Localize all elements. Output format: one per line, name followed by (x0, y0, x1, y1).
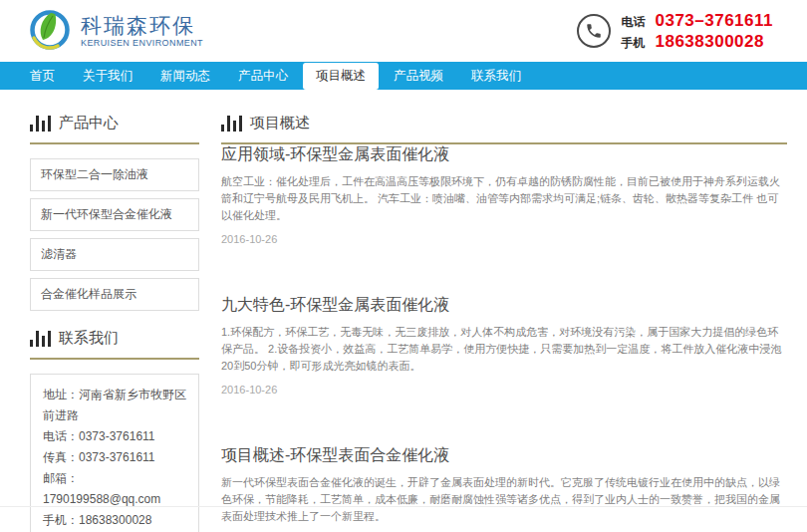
nav-item[interactable]: 新闻动态 (147, 63, 223, 90)
site-header: 科瑞森环保 KERUISEN ENVIRONMENT 电话 0373–37616… (0, 0, 807, 62)
bar-chart-icon (30, 115, 51, 132)
page-title: 项目概述 (250, 114, 310, 133)
article-date: 2016-10-26 (221, 384, 787, 396)
contact-line: 电话：0373-3761611 (43, 426, 186, 447)
bar-chart-icon (30, 330, 51, 347)
contact-line-label: 邮箱： (43, 471, 79, 485)
page-body: 产品中心 环保型二合一除油液 新一代环保型合金催化液 滤清器 合金催化样品展示 … (0, 90, 807, 532)
mobile-number: 18638300028 (655, 32, 764, 52)
product-menu-item[interactable]: 新一代环保型合金催化液 (30, 198, 199, 231)
product-menu-item[interactable]: 合金催化样品展示 (30, 278, 199, 311)
header-contact: 电话 0373–3761611 手机 18638300028 (577, 11, 773, 52)
contact-line: 邮箱：1790199588@qq.com (43, 468, 186, 510)
leaf-circle-logo-icon (28, 6, 72, 56)
article-item: 项目概述-环保型表面合金催化液 新一代环保型表面合金催化液的诞生，开辟了金属表面… (221, 445, 787, 532)
contact-line-value: 0373-3761611 (79, 429, 155, 443)
contact-line-label: 地址： (43, 388, 79, 401)
article-item: 应用领域-环保型金属表面催化液 航空工业：催化处理后，工件在高温高压等极限环境下… (221, 144, 787, 245)
nav-item[interactable]: 联系我们 (458, 63, 534, 90)
sidebar-products-title: 产品中心 (59, 114, 119, 133)
contact-line-value: 1790199588@qq.com (43, 492, 160, 506)
main-content: 项目概述 应用领域-环保型金属表面催化液 航空工业：催化处理后，工件在高温高压等… (221, 114, 787, 532)
mobile-label: 手机 (621, 35, 647, 52)
main-heading: 项目概述 (221, 114, 787, 144)
article-title[interactable]: 九大特色-环保型金属表面催化液 (221, 295, 787, 316)
logo[interactable]: 科瑞森环保 KERUISEN ENVIRONMENT (28, 6, 203, 56)
sidebar-contact-title: 联系我们 (59, 329, 119, 348)
nav-item[interactable]: 产品视频 (381, 63, 456, 90)
phone-number: 0373–3761611 (655, 11, 773, 31)
product-menu-item[interactable]: 环保型二合一除油液 (30, 158, 199, 191)
nav-item[interactable]: 项目概述 (303, 63, 379, 90)
product-menu: 环保型二合一除油液 新一代环保型合金催化液 滤清器 合金催化样品展示 (30, 158, 199, 311)
nav-item[interactable]: 关于我们 (70, 63, 145, 90)
article-date: 2016-10-26 (221, 233, 787, 245)
article-text: 航空工业：催化处理后，工件在高温高压等极限环境下，仍有卓越的防锈防腐性能，目前已… (221, 173, 787, 224)
contact-line-label: 传真： (43, 450, 79, 464)
nav-item[interactable]: 首页 (17, 63, 68, 90)
product-menu-item[interactable]: 滤清器 (30, 238, 199, 271)
article-title[interactable]: 项目概述-环保型表面合金催化液 (221, 445, 787, 466)
brand-name-cn: 科瑞森环保 (81, 14, 203, 38)
contact-line: 手机：18638300028 18613731818 (43, 510, 186, 532)
brand-name-en: KERUISEN ENVIRONMENT (81, 38, 203, 48)
contact-line: 传真：0373-3761611 (43, 447, 186, 468)
phone-icon (577, 14, 611, 48)
contact-line-label: 手机： (43, 513, 79, 527)
article-title[interactable]: 应用领域-环保型金属表面催化液 (221, 144, 787, 165)
phone-label: 电话 (621, 14, 647, 31)
footer-divider (0, 506, 807, 507)
contact-line: 地址：河南省新乡市牧野区前进路 (43, 385, 186, 426)
contact-line-value: 0373-3761611 (79, 450, 155, 464)
contact-line-label: 电话： (43, 429, 79, 443)
article-item: 九大特色-环保型金属表面催化液 1.环保配方，环保工艺，无毒无味，无三废排放，对… (221, 295, 787, 396)
sidebar-contact-heading: 联系我们 (30, 329, 199, 360)
article-text: 1.环保配方，环保工艺，无毒无味，无三废排放，对人体不构成危害，对环境没有污染，… (221, 324, 787, 375)
bar-chart-icon (221, 115, 242, 132)
contact-info-box: 地址：河南省新乡市牧野区前进路 电话：0373-3761611 传真：0373-… (30, 374, 199, 532)
main-nav: 首页 关于我们 新闻动态 产品中心 项目概述 产品视频 联系我们 (0, 62, 807, 90)
article-text: 新一代环保型表面合金催化液的诞生，开辟了金属表面处理的新时代。它克服了传统电镀行… (221, 474, 787, 525)
sidebar-products-heading: 产品中心 (30, 114, 199, 144)
nav-item[interactable]: 产品中心 (225, 63, 301, 90)
sidebar: 产品中心 环保型二合一除油液 新一代环保型合金催化液 滤清器 合金催化样品展示 … (30, 114, 199, 532)
